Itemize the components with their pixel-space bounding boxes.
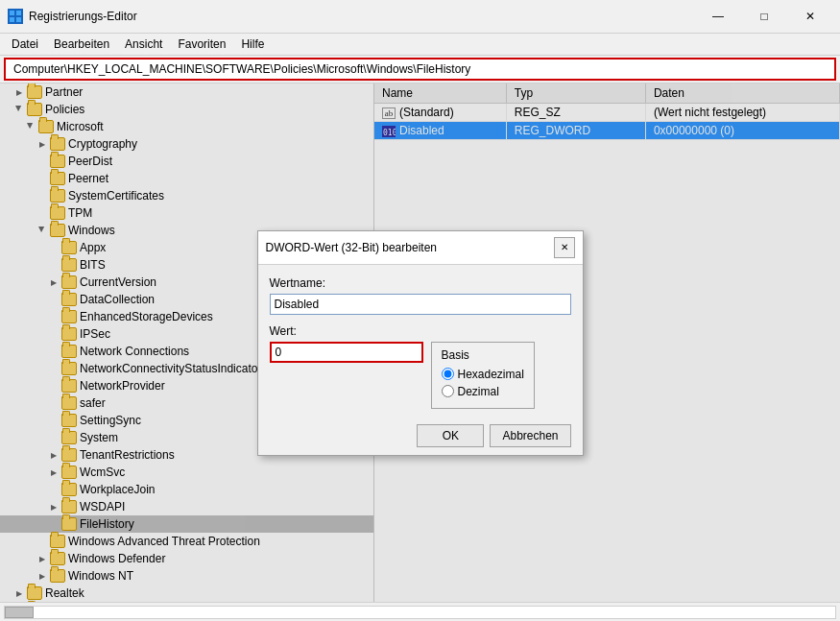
close-button[interactable]: ✕	[788, 6, 832, 27]
wertname-input[interactable]	[270, 294, 571, 315]
radio-dezimal[interactable]	[442, 385, 454, 397]
dialog-close-button[interactable]: ✕	[554, 237, 575, 258]
scrollbar-thumb	[5, 607, 34, 618]
radio-dezimal-row: Dezimal	[442, 385, 524, 398]
dialog-value-row: Basis Hexadezimal Dezimal	[270, 342, 571, 409]
horizontal-scrollbar[interactable]	[4, 606, 836, 619]
menu-bearbeiten[interactable]: Bearbeiten	[46, 36, 117, 53]
menu-datei[interactable]: Datei	[4, 36, 46, 53]
address-text[interactable]: Computer\HKEY_LOCAL_MACHINE\SOFTWARE\Pol…	[10, 61, 830, 77]
svg-rect-4	[16, 17, 21, 22]
svg-rect-3	[10, 17, 14, 22]
radio-hexadezimal-label: Hexadezimal	[458, 368, 524, 381]
cancel-button[interactable]: Abbrechen	[490, 424, 570, 447]
menu-favoriten[interactable]: Favoriten	[170, 36, 233, 53]
radio-hexadezimal[interactable]	[442, 368, 454, 380]
menu-hilfe[interactable]: Hilfe	[233, 36, 272, 53]
dialog-title-bar: DWORD-Wert (32-Bit) bearbeiten ✕	[258, 231, 583, 265]
ok-button[interactable]: OK	[417, 424, 484, 447]
radio-hexadezimal-row: Hexadezimal	[442, 368, 524, 381]
window-controls: — □ ✕	[696, 6, 832, 27]
status-bar	[0, 602, 840, 621]
title-bar: Registrierungs-Editor — □ ✕	[0, 0, 840, 34]
dialog-body: Wertname: Wert: Basis Hexadezimal Dezima…	[258, 265, 583, 417]
svg-rect-2	[16, 11, 21, 15]
address-bar: Computer\HKEY_LOCAL_MACHINE\SOFTWARE\Pol…	[4, 58, 836, 81]
dialog-title: DWORD-Wert (32-Bit) bearbeiten	[266, 241, 438, 254]
radio-dezimal-label: Dezimal	[458, 385, 499, 398]
app-icon	[8, 9, 23, 24]
maximize-button[interactable]: □	[742, 6, 786, 27]
modal-overlay: DWORD-Wert (32-Bit) bearbeiten ✕ Wertnam…	[0, 84, 840, 602]
window-title: Registrierungs-Editor	[29, 10, 690, 23]
main-content: ▶Partner▶Policies▶Microsoft▶Cryptography…	[0, 83, 840, 602]
menu-ansicht[interactable]: Ansicht	[117, 36, 170, 53]
dword-dialog: DWORD-Wert (32-Bit) bearbeiten ✕ Wertnam…	[257, 230, 584, 456]
svg-rect-1	[10, 11, 14, 15]
wert-label: Wert:	[270, 324, 571, 338]
minimize-button[interactable]: —	[696, 6, 740, 27]
wertname-label: Wertname:	[270, 276, 571, 290]
basis-group: Basis Hexadezimal Dezimal	[431, 342, 535, 409]
dialog-buttons: OK Abbrechen	[258, 417, 583, 455]
menu-bar: Datei Bearbeiten Ansicht Favoriten Hilfe	[0, 34, 840, 56]
wert-input[interactable]	[270, 342, 423, 363]
basis-label: Basis	[442, 348, 524, 362]
